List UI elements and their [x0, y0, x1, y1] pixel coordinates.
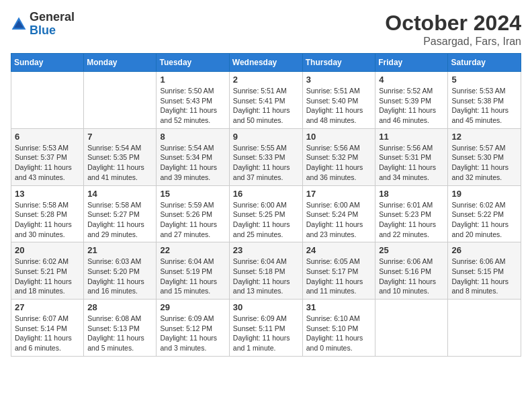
calendar-cell: 4Sunrise: 5:52 AM Sunset: 5:39 PM Daylig…	[375, 72, 448, 129]
logo: General Blue	[11, 11, 75, 38]
day-info: Sunrise: 6:10 AM Sunset: 5:10 PM Dayligh…	[306, 314, 372, 353]
day-info: Sunrise: 6:03 AM Sunset: 5:20 PM Dayligh…	[87, 257, 152, 296]
day-number: 30	[233, 302, 299, 312]
calendar-cell	[448, 300, 521, 357]
page-subtitle: Pasargad, Fars, Iran	[385, 36, 521, 48]
day-number: 2	[233, 75, 299, 85]
day-number: 21	[87, 245, 152, 255]
day-number: 7	[87, 132, 152, 142]
day-number: 26	[451, 245, 517, 255]
day-number: 20	[15, 245, 80, 255]
day-info: Sunrise: 6:01 AM Sunset: 5:23 PM Dayligh…	[379, 200, 444, 240]
day-info: Sunrise: 6:02 AM Sunset: 5:22 PM Dayligh…	[451, 200, 517, 240]
calendar-cell: 22Sunrise: 6:04 AM Sunset: 5:19 PM Dayli…	[157, 242, 229, 300]
day-info: Sunrise: 5:51 AM Sunset: 5:40 PM Dayligh…	[306, 86, 372, 126]
day-number: 14	[87, 189, 152, 199]
day-info: Sunrise: 6:06 AM Sunset: 5:16 PM Dayligh…	[379, 257, 444, 296]
calendar-row: 13Sunrise: 5:58 AM Sunset: 5:28 PM Dayli…	[11, 185, 521, 242]
calendar-cell: 11Sunrise: 5:56 AM Sunset: 5:31 PM Dayli…	[375, 128, 448, 185]
calendar-cell: 7Sunrise: 5:54 AM Sunset: 5:35 PM Daylig…	[84, 128, 157, 185]
calendar-cell: 16Sunrise: 6:00 AM Sunset: 5:25 PM Dayli…	[229, 185, 302, 242]
day-info: Sunrise: 5:58 AM Sunset: 5:28 PM Dayligh…	[15, 200, 80, 240]
calendar-cell: 10Sunrise: 5:56 AM Sunset: 5:32 PM Dayli…	[302, 128, 375, 185]
weekday-header: Saturday	[448, 54, 521, 72]
calendar-cell: 5Sunrise: 5:53 AM Sunset: 5:38 PM Daylig…	[448, 72, 521, 129]
day-number: 24	[306, 245, 372, 255]
day-number: 1	[160, 75, 225, 85]
day-number: 29	[160, 302, 225, 312]
logo-icon	[11, 16, 27, 32]
day-info: Sunrise: 5:50 AM Sunset: 5:43 PM Dayligh…	[160, 86, 225, 126]
calendar-table: SundayMondayTuesdayWednesdayThursdayFrid…	[11, 53, 521, 357]
calendar-cell: 14Sunrise: 5:58 AM Sunset: 5:27 PM Dayli…	[84, 185, 157, 242]
calendar-cell: 26Sunrise: 6:06 AM Sunset: 5:15 PM Dayli…	[448, 242, 521, 300]
day-info: Sunrise: 6:09 AM Sunset: 5:12 PM Dayligh…	[160, 314, 225, 353]
calendar-cell: 29Sunrise: 6:09 AM Sunset: 5:12 PM Dayli…	[157, 300, 229, 357]
calendar-cell: 28Sunrise: 6:08 AM Sunset: 5:13 PM Dayli…	[84, 300, 157, 357]
day-info: Sunrise: 5:59 AM Sunset: 5:26 PM Dayligh…	[160, 200, 225, 240]
day-info: Sunrise: 6:00 AM Sunset: 5:25 PM Dayligh…	[233, 200, 299, 240]
calendar-row: 6Sunrise: 5:53 AM Sunset: 5:37 PM Daylig…	[11, 128, 521, 185]
calendar-cell: 3Sunrise: 5:51 AM Sunset: 5:40 PM Daylig…	[302, 72, 375, 129]
weekday-header: Sunday	[11, 54, 84, 72]
logo-text: General Blue	[30, 11, 75, 38]
weekday-header: Tuesday	[157, 54, 229, 72]
day-number: 25	[379, 245, 444, 255]
calendar-cell: 21Sunrise: 6:03 AM Sunset: 5:20 PM Dayli…	[84, 242, 157, 300]
day-info: Sunrise: 5:52 AM Sunset: 5:39 PM Dayligh…	[379, 86, 444, 126]
day-info: Sunrise: 6:04 AM Sunset: 5:18 PM Dayligh…	[233, 257, 299, 296]
title-section: October 2024 Pasargad, Fars, Iran	[385, 11, 521, 48]
day-number: 4	[379, 75, 444, 85]
calendar-cell: 6Sunrise: 5:53 AM Sunset: 5:37 PM Daylig…	[11, 128, 84, 185]
day-number: 8	[160, 132, 225, 142]
day-info: Sunrise: 6:05 AM Sunset: 5:17 PM Dayligh…	[306, 257, 372, 296]
day-number: 23	[233, 245, 299, 255]
calendar-cell: 19Sunrise: 6:02 AM Sunset: 5:22 PM Dayli…	[448, 185, 521, 242]
day-number: 18	[379, 189, 444, 199]
calendar-cell: 2Sunrise: 5:51 AM Sunset: 5:41 PM Daylig…	[229, 72, 302, 129]
day-info: Sunrise: 6:07 AM Sunset: 5:14 PM Dayligh…	[15, 314, 80, 353]
calendar-cell: 8Sunrise: 5:54 AM Sunset: 5:34 PM Daylig…	[157, 128, 229, 185]
weekday-header: Wednesday	[229, 54, 302, 72]
day-info: Sunrise: 6:02 AM Sunset: 5:21 PM Dayligh…	[15, 257, 80, 296]
day-number: 10	[306, 132, 372, 142]
weekday-header: Thursday	[302, 54, 375, 72]
calendar-cell	[84, 72, 157, 129]
day-info: Sunrise: 5:57 AM Sunset: 5:30 PM Dayligh…	[451, 143, 517, 183]
page-title: October 2024	[385, 11, 521, 36]
weekday-header: Monday	[84, 54, 157, 72]
day-info: Sunrise: 5:53 AM Sunset: 5:38 PM Dayligh…	[451, 86, 517, 126]
day-info: Sunrise: 5:51 AM Sunset: 5:41 PM Dayligh…	[233, 86, 299, 126]
day-number: 12	[451, 132, 517, 142]
calendar-cell: 18Sunrise: 6:01 AM Sunset: 5:23 PM Dayli…	[375, 185, 448, 242]
day-number: 15	[160, 189, 225, 199]
day-info: Sunrise: 5:55 AM Sunset: 5:33 PM Dayligh…	[233, 143, 299, 183]
calendar-cell: 30Sunrise: 6:09 AM Sunset: 5:11 PM Dayli…	[229, 300, 302, 357]
day-info: Sunrise: 5:56 AM Sunset: 5:32 PM Dayligh…	[306, 143, 372, 183]
day-number: 28	[87, 302, 152, 312]
day-number: 6	[15, 132, 80, 142]
weekday-header: Friday	[375, 54, 448, 72]
day-number: 11	[379, 132, 444, 142]
day-number: 31	[306, 302, 372, 312]
day-number: 17	[306, 189, 372, 199]
calendar-row: 1Sunrise: 5:50 AM Sunset: 5:43 PM Daylig…	[11, 72, 521, 129]
day-info: Sunrise: 6:09 AM Sunset: 5:11 PM Dayligh…	[233, 314, 299, 353]
calendar-cell: 24Sunrise: 6:05 AM Sunset: 5:17 PM Dayli…	[302, 242, 375, 300]
day-number: 9	[233, 132, 299, 142]
day-info: Sunrise: 5:58 AM Sunset: 5:27 PM Dayligh…	[87, 200, 152, 240]
day-number: 16	[233, 189, 299, 199]
calendar-cell: 27Sunrise: 6:07 AM Sunset: 5:14 PM Dayli…	[11, 300, 84, 357]
day-number: 13	[15, 189, 80, 199]
calendar-cell	[11, 72, 84, 129]
day-number: 22	[160, 245, 225, 255]
day-info: Sunrise: 6:00 AM Sunset: 5:24 PM Dayligh…	[306, 200, 372, 240]
calendar-header: SundayMondayTuesdayWednesdayThursdayFrid…	[11, 54, 521, 72]
day-number: 27	[15, 302, 80, 312]
calendar-cell: 20Sunrise: 6:02 AM Sunset: 5:21 PM Dayli…	[11, 242, 84, 300]
calendar-cell: 12Sunrise: 5:57 AM Sunset: 5:30 PM Dayli…	[448, 128, 521, 185]
calendar-cell: 15Sunrise: 5:59 AM Sunset: 5:26 PM Dayli…	[157, 185, 229, 242]
day-number: 5	[451, 75, 517, 85]
day-info: Sunrise: 6:08 AM Sunset: 5:13 PM Dayligh…	[87, 314, 152, 353]
calendar-cell	[375, 300, 448, 357]
